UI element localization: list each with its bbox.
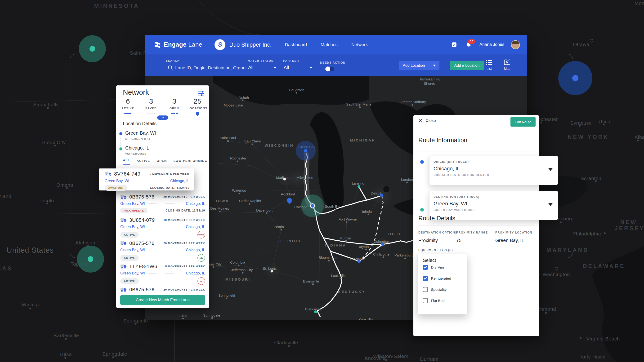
origin-value: Chicago, IL (434, 166, 553, 172)
tasks-checkbox-icon[interactable] (450, 41, 458, 49)
option-speciality[interactable]: Speciality (423, 287, 446, 292)
location-destination-city[interactable]: Chicago, IL (125, 145, 149, 151)
location-destination-name: WAREHOUSE (125, 152, 146, 155)
network-stats: 6 ACTIVE 3 SAVED 3 OPEN 25 LOCATIONS (116, 97, 209, 115)
engage-lane-brand[interactable]: Engage Lane (153, 41, 202, 49)
add-location-button[interactable]: Add Location (399, 61, 429, 70)
lane-origin-link[interactable]: Green Bay, WI (120, 271, 145, 275)
option-label: Refrigerated (431, 276, 451, 281)
lane-origin-link[interactable]: Green Bay, WI (105, 179, 129, 183)
decorative-dot (90, 46, 95, 51)
tab-all[interactable]: ALL (123, 159, 130, 165)
match-status-underline (248, 73, 277, 73)
route-dash (148, 273, 183, 274)
edit-route-button[interactable]: Edit Route (510, 117, 536, 127)
tab-low-performing[interactable]: LOW PERFORMING (174, 159, 208, 165)
tab-open[interactable]: OPEN (157, 159, 167, 165)
dot-gray-out-marker (288, 345, 290, 347)
option-flat-bed[interactable]: Flat Bed (423, 298, 445, 303)
solid-line-icon (124, 113, 132, 114)
nav-network[interactable]: Network (351, 42, 368, 47)
proximity-location-value[interactable]: Green Bay, IL (495, 238, 524, 243)
option-label: Speciality (431, 288, 446, 292)
highlighted-lane-card[interactable]: 8V764-749 5 MOVEMENTS PER WEEK Green Bay… (99, 168, 194, 190)
nav-matches[interactable]: Matches (320, 42, 338, 47)
lane-row[interactable]: 1TYE8-1W6 5 MOVEMENTS PER WEEK Green Bay… (116, 259, 209, 282)
lane-origin-link[interactable]: Green Bay, WI (120, 202, 145, 206)
checkbox-icon[interactable] (423, 265, 428, 270)
origin-select[interactable]: ORIGIN (DRY TRUCK) Chicago, IL CHICAGO D… (429, 156, 558, 185)
lane-row[interactable]: 3U854-079 10 MOVEMENTS PER WEEK Green Ba… (116, 212, 209, 236)
lane-destination-link[interactable]: Chicago, IL (186, 202, 205, 206)
dot-gray-marker (242, 272, 244, 274)
search-input[interactable]: Lane ID, Origin, Destination, Organi... (175, 65, 250, 70)
collapse-stats-button[interactable] (157, 115, 168, 120)
network-panel: Network 6 ACTIVE 3 SAVED 3 OPEN 25 (116, 85, 209, 308)
dot-gray-marker (219, 211, 221, 212)
dot-chicago-marker (310, 203, 315, 208)
dot-gray-out-marker (637, 140, 639, 141)
partner-select[interactable]: All (284, 65, 289, 70)
lane-origin-link[interactable]: Green Bay, WI (120, 225, 145, 229)
closing-date: CLOSING DATE: 11/28/19 (166, 209, 205, 212)
chevron-down-icon (273, 67, 276, 69)
add-location-dropdown-button[interactable] (429, 61, 440, 70)
stat-open[interactable]: 3 OPEN (163, 97, 186, 115)
lane-origin-link[interactable]: Green Bay, WI (120, 248, 145, 252)
option-dry-van[interactable]: Dry Van (423, 265, 444, 270)
map-view-button[interactable]: Map (504, 59, 510, 70)
checkbox-icon[interactable] (423, 287, 428, 292)
dot-blue-marker (304, 149, 307, 152)
dot-gray-marker (280, 229, 282, 231)
destination-options-value[interactable]: Proximity (418, 238, 438, 243)
equipment-select-popover: Select Dry Van Refrigerated Speciality F… (418, 254, 467, 315)
stat-active[interactable]: 6 ACTIVE (116, 97, 140, 115)
engage-lane-logo-icon (153, 41, 161, 49)
notifications-bell-icon[interactable]: 10 (465, 41, 473, 49)
add-a-location-button[interactable]: Add a Location (450, 61, 484, 70)
list-view-button[interactable]: List (486, 60, 492, 70)
proximity-range-value[interactable]: 75 (456, 238, 462, 243)
lane-destination-link[interactable]: Chicago, IL (186, 225, 205, 229)
checkbox-icon[interactable] (423, 298, 428, 303)
lane-destination-link[interactable]: Chicago, IL (186, 271, 205, 275)
location-origin-city[interactable]: Green Bay, WI (125, 130, 156, 136)
dot-blue-marker (380, 194, 383, 197)
dot-gray-marker (404, 258, 406, 259)
stat-saved[interactable]: 3 SAVED (140, 97, 163, 115)
filter-bar: SEARCH Lane ID, Origin, Destination, Org… (145, 54, 527, 76)
top-right-controls: 10 Ariana Jones (450, 35, 520, 54)
dot-gray-out-marker (54, 145, 56, 146)
stat-locations[interactable]: 25 LOCATIONS (186, 97, 209, 115)
lane-row[interactable]: 0B675-576 20 MOVEMENTS PER WEEK Green Ba… (116, 236, 209, 259)
chevron-down-icon (548, 168, 552, 171)
decorative-dot (88, 256, 93, 262)
match-status-select[interactable]: All (248, 65, 253, 70)
create-new-match-button[interactable]: Create New Match From Lane (120, 295, 205, 305)
lane-row-partial[interactable]: 0B675-576 20 MOVEMENTS PER WEEK (116, 282, 209, 292)
dot-blue-marker (357, 260, 360, 263)
close-button[interactable]: × Close (418, 118, 436, 124)
dot-gray-marker (359, 106, 361, 108)
needs-action-toggle[interactable] (325, 67, 334, 71)
dot-gray-marker (312, 284, 314, 285)
destination-value: Green Bay, WI (434, 201, 553, 207)
company-block[interactable]: S Duo Shipper Inc. (214, 39, 272, 50)
lane-row[interactable]: 0B675-576 20 MOVEMENTS PER WEEK Green Ba… (116, 189, 209, 212)
nav-dashboard[interactable]: Dashboard (285, 42, 307, 47)
dot-gray-marker (368, 214, 369, 215)
dot-gray-out-marker (47, 107, 49, 109)
pin-blue-marker (286, 197, 293, 204)
dot-gray-out-marker (112, 356, 114, 358)
avatar[interactable] (511, 40, 520, 49)
dot-gray-marker (340, 278, 342, 279)
dot-gray-marker (213, 266, 214, 268)
match-status-label: MATCH STATUS (248, 59, 274, 62)
lane-destination-link[interactable]: Chicago, IL (186, 248, 205, 252)
checkbox-icon[interactable] (423, 276, 428, 281)
lane-destination-link[interactable]: Chicago, IL (170, 179, 190, 183)
dot-teal-marker (358, 185, 360, 188)
tab-active[interactable]: ACTIVE (136, 159, 150, 165)
option-refrigerated[interactable]: Refrigerated (423, 276, 451, 281)
filter-sliders-icon[interactable] (198, 91, 204, 96)
